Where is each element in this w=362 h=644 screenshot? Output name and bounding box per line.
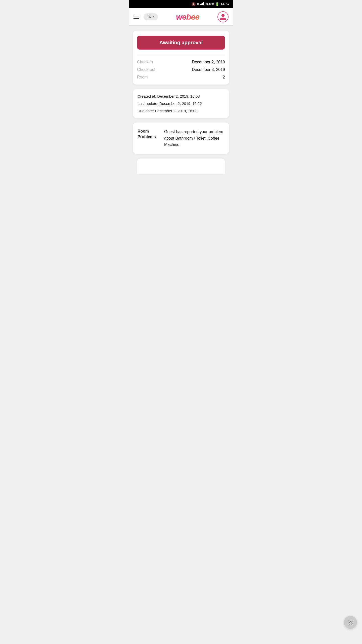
logo-text: webee	[176, 13, 199, 21]
due-date: Due date: December 2, 2019, 16:08	[138, 109, 224, 113]
battery-icon: 🔋	[215, 2, 219, 6]
room-row: Room 2	[137, 75, 225, 79]
avatar-icon	[219, 13, 227, 21]
created-at: Created at: December 2, 2019, 16:08	[138, 94, 224, 98]
battery-label: %100	[206, 2, 214, 6]
svg-rect-0	[200, 4, 201, 5]
hamburger-menu[interactable]	[133, 15, 139, 19]
app-logo: webee	[176, 13, 199, 21]
checkout-row: Check-out December 3, 2019	[137, 67, 225, 72]
language-label: EN	[147, 15, 151, 19]
booking-status-card: Awaiting approval Check-in December 2, 2…	[133, 31, 229, 85]
header-left: EN ▼	[133, 13, 158, 20]
main-content: Awaiting approval Check-in December 2, 2…	[129, 26, 233, 179]
checkin-row: Check-in December 2, 2019	[137, 60, 225, 64]
svg-rect-2	[202, 3, 203, 5]
language-selector[interactable]: EN ▼	[144, 13, 158, 20]
room-problems-card: RoomProblems Guest has reported your pro…	[133, 123, 229, 154]
status-icons: 🔇 H %100 🔋 14:57	[192, 2, 230, 6]
chevron-down-icon: ▼	[152, 15, 155, 18]
mute-icon: 🔇	[192, 2, 196, 6]
app-header: EN ▼ webee	[129, 8, 233, 26]
awaiting-approval-button[interactable]: Awaiting approval	[137, 36, 225, 50]
network-h-icon: H	[197, 2, 199, 6]
room-problems-description: Guest has reported your problem about Ba…	[164, 129, 224, 148]
checkin-label: Check-in	[137, 60, 153, 64]
last-update: Last update: December 2, 2019, 16:22	[138, 101, 224, 106]
checkin-value: December 2, 2019	[192, 60, 225, 64]
checkout-label: Check-out	[137, 67, 155, 72]
bottom-hint-card	[137, 158, 225, 174]
room-value: 2	[223, 75, 225, 79]
room-label: Room	[137, 75, 148, 79]
status-time: 14:57	[220, 2, 230, 6]
booking-info-section: Check-in December 2, 2019 Check-out Dece…	[137, 60, 225, 79]
room-problems-label: RoomProblems	[138, 129, 160, 140]
user-avatar[interactable]	[217, 11, 229, 22]
status-bar: 🔇 H %100 🔋 14:57	[129, 0, 233, 8]
signal-icon	[200, 2, 204, 6]
svg-rect-1	[201, 4, 202, 5]
checkout-value: December 3, 2019	[192, 67, 225, 72]
svg-rect-3	[203, 2, 204, 5]
card-divider	[137, 55, 225, 55]
timestamps-card: Created at: December 2, 2019, 16:08 Last…	[133, 89, 229, 118]
